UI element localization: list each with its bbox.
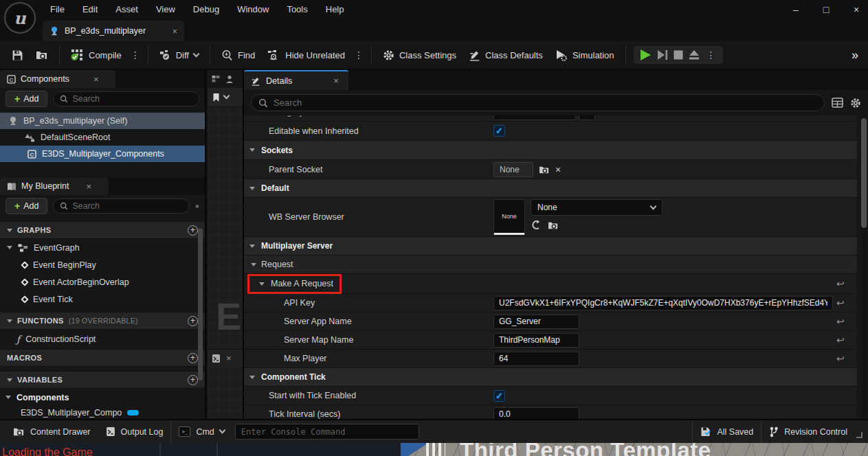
- browse-to-asset-icon[interactable]: [548, 220, 559, 230]
- browse-asset-button[interactable]: [30, 44, 54, 66]
- sockets-section-header[interactable]: Sockets: [244, 141, 857, 160]
- editable-checkbox[interactable]: ✓: [493, 125, 505, 137]
- add-function-icon[interactable]: +: [188, 316, 198, 326]
- bookmark-icon[interactable]: [212, 93, 221, 102]
- stop-icon[interactable]: [672, 49, 685, 61]
- add-macro-icon[interactable]: +: [188, 353, 198, 363]
- tick-interval-input[interactable]: [493, 407, 579, 420]
- console-doc-icon[interactable]: [212, 354, 221, 363]
- tree-item-self[interactable]: BP_e3ds_multiplayer (Self): [0, 113, 205, 129]
- tab-close-icon[interactable]: ×: [172, 27, 177, 36]
- my-blueprint-scrollbar[interactable]: [198, 228, 203, 380]
- class-defaults-button[interactable]: Class Defaults: [463, 44, 549, 66]
- event-tick-item[interactable]: Event Tick: [0, 290, 205, 308]
- variable-e3ds-component-item[interactable]: E3DS_Multiplayer_Compo: [0, 406, 205, 420]
- category-dropdown[interactable]: [493, 115, 576, 120]
- graphs-section-header[interactable]: GRAPHS +: [0, 221, 205, 239]
- request-subsection-header[interactable]: Request: [244, 255, 857, 274]
- details-tab-close-icon[interactable]: ×: [333, 76, 339, 85]
- details-scrollbar-thumb[interactable]: [861, 118, 867, 228]
- api-key-input[interactable]: [493, 296, 833, 310]
- component-tick-section-header[interactable]: Component Tick: [244, 368, 857, 387]
- event-graph-item[interactable]: EventGraph: [0, 239, 205, 256]
- menu-asset[interactable]: Asset: [107, 0, 147, 19]
- hide-unrelated-button[interactable]: Hide Unrelated: [261, 44, 351, 66]
- compile-options-kebab[interactable]: ⋮: [128, 49, 143, 60]
- components-tab-close-icon[interactable]: ×: [93, 75, 99, 84]
- socket-browse-icon[interactable]: [539, 165, 550, 174]
- output-log-button[interactable]: Output Log: [98, 420, 171, 444]
- filter-gear-icon[interactable]: [195, 201, 199, 212]
- default-section-header[interactable]: Default: [244, 179, 857, 198]
- server-map-name-input[interactable]: [493, 333, 579, 347]
- reset-to-default-icon[interactable]: ↩: [836, 316, 845, 327]
- add-graph-icon[interactable]: +: [188, 225, 198, 236]
- person-icon[interactable]: [225, 75, 234, 84]
- use-selected-asset-icon[interactable]: [531, 220, 541, 230]
- wb-asset-thumbnail[interactable]: None: [493, 199, 525, 235]
- functions-section-header[interactable]: FUNCTIONS (19 OVERRIDABLE) +: [0, 312, 205, 330]
- console-command-input[interactable]: [235, 424, 419, 440]
- multiplayer-server-section-header[interactable]: Multiplayer Server: [244, 237, 857, 255]
- reset-to-default-icon[interactable]: ↩: [836, 334, 845, 345]
- menu-help[interactable]: Help: [317, 0, 353, 19]
- components-tab[interactable]: C Components ×: [0, 70, 115, 88]
- display-filter-icon[interactable]: [832, 98, 843, 108]
- eject-icon[interactable]: [687, 49, 701, 61]
- my-blueprint-tab[interactable]: My Blueprint ×: [0, 177, 109, 195]
- compile-button[interactable]: Compile: [65, 44, 128, 66]
- window-resize-grip[interactable]: [856, 432, 863, 438]
- menu-edit[interactable]: Edit: [74, 0, 107, 19]
- play-icon[interactable]: [638, 48, 653, 62]
- diff-button[interactable]: Diff: [153, 44, 205, 66]
- save-button[interactable]: [5, 44, 30, 66]
- my-blueprint-search-input[interactable]: [72, 201, 183, 211]
- close-button[interactable]: ×: [850, 4, 863, 15]
- tick-enabled-checkbox[interactable]: ✓: [493, 390, 505, 402]
- revision-control-button[interactable]: Revision Control: [761, 420, 855, 444]
- construction-script-item[interactable]: ƒ ConstructionScript: [0, 330, 205, 349]
- row-make-a-request[interactable]: Make A Request ↩: [244, 274, 857, 294]
- variables-components-category[interactable]: Components: [0, 389, 205, 406]
- macros-section-header[interactable]: MACROS +: [0, 349, 205, 367]
- toolbar-overflow-icon[interactable]: »: [852, 48, 863, 62]
- components-add-button[interactable]: + Add: [5, 91, 47, 107]
- menu-view[interactable]: View: [147, 0, 184, 19]
- tab-bp-e3ds-multiplayer[interactable]: BP_e3ds_multiplayer ×: [43, 21, 184, 41]
- reset-to-default-icon[interactable]: ↩: [836, 353, 845, 364]
- server-app-name-input[interactable]: [493, 315, 579, 329]
- panel-grid-icon[interactable]: [212, 75, 221, 83]
- wb-asset-dropdown[interactable]: None: [531, 199, 663, 216]
- socket-clear-icon[interactable]: ×: [555, 164, 561, 175]
- menu-tools[interactable]: Tools: [278, 0, 316, 19]
- reset-to-default-icon[interactable]: ↩: [836, 278, 845, 289]
- my-blueprint-tab-close-icon[interactable]: ×: [86, 182, 91, 191]
- class-settings-button[interactable]: Class Settings: [377, 44, 463, 66]
- all-saved-button[interactable]: All Saved: [693, 420, 761, 444]
- simulation-button[interactable]: Simulation: [549, 44, 621, 66]
- settings-gear-icon[interactable]: [850, 98, 861, 109]
- hide-unrelated-kebab[interactable]: ⋮: [351, 49, 366, 60]
- cmd-selector[interactable]: >_ Cmd: [171, 420, 232, 444]
- max-player-input[interactable]: [493, 352, 579, 366]
- menu-debug[interactable]: Debug: [184, 0, 228, 19]
- minimize-button[interactable]: –: [790, 4, 802, 15]
- tree-item-default-scene-root[interactable]: DefaultSceneRoot: [0, 129, 205, 146]
- details-tab[interactable]: Details ×: [244, 70, 348, 90]
- play-options-kebab[interactable]: ⋮: [704, 49, 719, 60]
- content-drawer-button[interactable]: Content Drawer: [5, 420, 98, 444]
- details-search-input[interactable]: [274, 98, 817, 108]
- find-button[interactable]: Find: [215, 44, 261, 66]
- components-search-input[interactable]: [72, 94, 192, 104]
- event-beginplay-item[interactable]: Event BeginPlay: [0, 256, 205, 273]
- parent-socket-field[interactable]: None: [493, 162, 533, 177]
- maximize-button[interactable]: □: [820, 4, 832, 15]
- menu-file[interactable]: File: [41, 0, 74, 19]
- category-dropdown-arrow[interactable]: [579, 115, 595, 120]
- unreal-logo-icon[interactable]: u: [4, 2, 36, 34]
- event-actorbeginoverlap-item[interactable]: Event ActorBeginOverlap: [0, 273, 205, 290]
- chevron-down-icon[interactable]: [223, 93, 230, 100]
- tree-item-e3ds-multiplayer-components[interactable]: C E3DS_Multiplayer_Components: [0, 146, 205, 162]
- frame-skip-icon[interactable]: [656, 49, 669, 61]
- reset-to-default-icon[interactable]: ↩: [836, 297, 845, 308]
